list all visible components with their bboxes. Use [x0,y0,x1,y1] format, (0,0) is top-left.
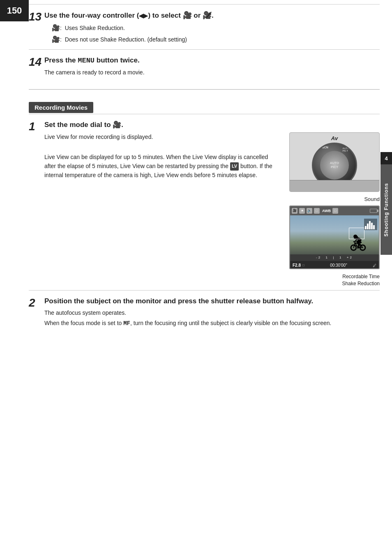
lcd-scene: 🚴 [290,215,379,254]
hist-bar-2 [367,224,369,229]
step-14: 14 Press the MENU button twice. The came… [29,49,380,80]
step-13-content: Use the four-way controller (◀▶) to sele… [44,10,380,46]
step-1-title: Set the mode dial to 🎥. [44,120,380,130]
side-tab-number: 4 [380,152,392,164]
step-1-number: 1 [29,120,44,132]
camera-top-inner: Av SCN AUTOPICT 📷 🎥 [290,133,379,192]
step-1-text: Live View for movie recording is display… [44,132,278,182]
camera-body-bottom [290,180,379,192]
lcd-time: 00:30'00" [330,263,347,268]
lcd-icon-5: □ [332,208,338,214]
lcd-icon-1: 🎥 [292,208,297,214]
step-2-body: The autofocus system operates. When the … [44,309,380,328]
lcd-annotations: Recordable Time Shake Reduction [342,273,380,287]
exposure-marks: -2 1 | 1 +2 [316,256,353,259]
step-1-row: 1 Set the mode dial to 🎥. Live View for … [29,120,380,287]
page-number: 150 [7,5,22,16]
hist-bar-5 [373,225,375,229]
recordable-time-label: Recordable Time [342,274,380,279]
step-1-para-2: Live View can be displayed for up to 5 m… [44,152,278,180]
lcd-bottom-bar: F2.8 □ 00:30'00" 🖊 [290,261,379,269]
step-14-content: Press the MENU button twice. The camera … [44,55,380,77]
step-1-body: Live View for movie recording is display… [44,132,380,287]
sound-label: Sound [364,196,380,202]
lcd-fstop: F2.8 [293,263,301,268]
annotation-text: Recordable Time Shake Reduction [342,273,380,287]
step-2-content: Position the subject on the monitor and … [44,296,380,330]
lcd-shake-icon: 🖊 [373,263,376,268]
step-13-title: Use the four-way controller (◀▶) to sele… [44,10,380,21]
section-badge: Recording Movies [29,102,93,113]
step-2-number: 2 [29,296,44,309]
focus-rectangle [349,228,364,239]
side-tab-label: Shooting Functions [383,183,389,237]
histogram [364,219,377,230]
step-2: 2 Position the subject on the monitor an… [29,290,380,333]
step-1: 1 Set the mode dial to 🎥. Live View for … [29,114,380,290]
main-content: 13 Use the four-way controller (◀▶) to s… [29,0,380,333]
lcd-icon-2: ★ [299,208,305,214]
step-13-body: 🎥: Uses Shake Reduction. 🎥: Does not use… [44,23,380,44]
lcd-icon-rec: □ [302,263,304,267]
hist-bar-1 [365,226,367,229]
side-tab: Shooting Functions [380,164,392,255]
step-1-para-1: Live View for movie recording is display… [44,132,278,141]
step-13-bullet-2: 🎥: Does not use Shake Reduction. (defaul… [52,35,380,44]
lcd-battery [370,209,377,213]
step-14-number: 14 [29,55,44,68]
mf-text: MF [123,320,130,327]
camera-top-image: Av SCN AUTOPICT 📷 🎥 [289,132,380,192]
hist-bar-4 [371,223,373,229]
step-2-title: Position the subject on the monitor and … [44,296,380,306]
step-13-number: 13 [29,10,44,23]
lcd-top-bar: 🎥 ★ 🔊 □ AWB □ [290,206,379,215]
section-header: Recording Movies [29,89,380,114]
dial-label-scn: SCN [322,146,328,149]
av-label: Av [330,135,339,141]
lcd-icon-4: □ [314,208,320,214]
hist-bar-3 [369,221,371,229]
step-2-para-1: The autofocus system operates. [44,309,380,317]
step-13-bullet-1: 🎥: Uses Shake Reduction. [52,23,380,33]
mode-dial-center: AUTOPICT [320,151,349,180]
exposure-bar: -2 1 | 1 +2 [290,254,379,261]
lv-button-ref: LV [230,162,239,171]
step-14-body: The camera is ready to record a movie. [44,68,380,77]
page-number-box: 150 [0,0,29,21]
lcd-screen: 🎥 ★ 🔊 □ AWB □ 🚴 [289,205,380,269]
dial-label-right: AUTOPICT [342,147,349,152]
dial-center-text: AUTOPICT [330,161,339,169]
shake-reduction-label: Shake Reduction [342,281,380,286]
step-1-images: Av SCN AUTOPICT 📷 🎥 [285,132,380,287]
step-2-para-2: When the focus mode is set to MF, turn t… [44,319,380,328]
step-13: 13 Use the four-way controller (◀▶) to s… [29,4,380,49]
lcd-awb: AWB [322,209,331,213]
step-1-content: Set the mode dial to 🎥. Live View for mo… [44,120,380,287]
step-14-title: Press the MENU button twice. [44,55,380,66]
lcd-icon-3: 🔊 [307,208,312,214]
